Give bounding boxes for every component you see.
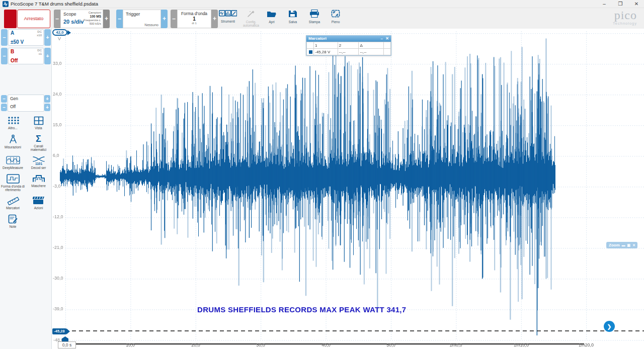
markers-col-delta: Δ: [359, 42, 384, 49]
markers-window-titlebar[interactable]: Marcatori – ✕: [306, 36, 391, 42]
toolbar: Arrestato – Scope 20 s/div Campioni 100 …: [0, 8, 644, 29]
x-tick: 1m0,0: [443, 342, 468, 347]
ruler-marker-tag[interactable]: -45,28: [52, 328, 66, 334]
channel-b-panel[interactable]: B DCx1 Off: [8, 48, 44, 64]
gen-value-plus-button[interactable]: +: [44, 104, 50, 111]
markers-window-title: Marcatori: [308, 36, 327, 41]
markers-minimize-icon[interactable]: –: [381, 36, 383, 42]
channel-a-minus-button[interactable]: –: [1, 29, 8, 46]
fullscreen-icon: [331, 10, 340, 18]
channel-a-probe: x10: [37, 34, 42, 37]
waveform-minus-button[interactable]: –: [171, 10, 177, 28]
scope-timebase: 20 s/div: [63, 19, 84, 25]
sidebar-item-forma-onda-riferimento[interactable]: Forma d'onda di riferimento: [1, 172, 26, 192]
marker-value-delta: --,--: [359, 49, 384, 55]
scope-view: 42,0 V 33,0 24,0 15,0 6,0 -3,0 -12,0 -21…: [52, 29, 644, 349]
zoom-overlay-bar[interactable]: Zoom ▬ ▣ ✕: [606, 242, 637, 248]
restore-button[interactable]: ❐: [613, 0, 628, 8]
title-bar: PicoScope 7 T&M drums sheffield.psdata –…: [0, 0, 644, 8]
y-tick: -30,0: [53, 276, 66, 281]
x-tick: 30,0: [248, 342, 273, 347]
pico-logo: pico Technology: [592, 9, 637, 27]
minimize-button[interactable]: –: [597, 0, 612, 8]
open-button[interactable]: Apri: [261, 10, 282, 29]
views-icon: [34, 116, 44, 125]
sidebar-item-misurazioni[interactable]: Misurazioni: [1, 132, 26, 151]
open-folder-icon: [266, 10, 277, 18]
channel-a-panel[interactable]: A DCx10 ±50 V: [8, 29, 44, 46]
sidebar-item-canali-matematici[interactable]: Σ Canali matematici: [26, 132, 51, 151]
trigger-plus-button[interactable]: +: [161, 10, 168, 28]
app-icon: [3, 1, 9, 7]
waveform-canvas[interactable]: [52, 29, 644, 349]
waveform-index: 1: [178, 16, 211, 22]
samples-label: Campioni: [89, 11, 101, 14]
markers-window[interactable]: Marcatori – ✕ 1 2 Δ -45,28 V --,-- --,--: [306, 35, 391, 56]
channel-b-row: – B DCx1 Off +: [0, 47, 52, 65]
marker-value-1: -45,28 V: [314, 49, 338, 55]
scope-panel[interactable]: Scope 20 s/div Campioni 100 MS Frequenza…: [60, 10, 103, 28]
pico-brand-text: pico: [592, 9, 637, 21]
channel-a-plus-button[interactable]: +: [44, 29, 51, 46]
print-label: Stampa: [304, 20, 325, 24]
sidebar-item-vista[interactable]: Vista: [26, 114, 51, 130]
gen-plus-button[interactable]: +: [44, 95, 50, 103]
gen-minus-button[interactable]: –: [1, 95, 7, 103]
stop-indicator[interactable]: [4, 10, 17, 28]
reference-waveform-icon: [7, 174, 20, 184]
y-tick: -12,0: [53, 214, 66, 219]
channel-b-minus-button[interactable]: –: [1, 48, 8, 64]
y-axis-unit: V: [58, 36, 61, 41]
sidebar-item-marcatori[interactable]: Marcatori: [1, 194, 26, 210]
gen-value-minus-button[interactable]: –: [1, 104, 7, 111]
gen-panel[interactable]: Gen Off: [8, 95, 44, 112]
print-button[interactable]: Stampa: [304, 10, 325, 29]
markers-header-row: 1 2 Δ: [307, 42, 391, 49]
close-button[interactable]: ✕: [629, 0, 644, 8]
y-tick: -3,0: [53, 184, 66, 189]
waveform-panel[interactable]: Forma d'onda 1 di 1: [177, 10, 211, 28]
channel-a-row: – A DCx10 ±50 V +: [0, 29, 52, 47]
sidebar-item-decod-ser[interactable]: 1101 Decod ser: [26, 154, 51, 169]
tools-icon: [219, 10, 237, 17]
sidebar-item-altro[interactable]: Altro...: [1, 114, 26, 130]
masks-icon: [32, 174, 45, 183]
stop-button[interactable]: Arrestato: [17, 10, 50, 28]
serial-decode-icon: 1101: [32, 156, 45, 165]
tools-button[interactable]: Strumenti: [217, 10, 238, 29]
scope-label: Scope: [63, 12, 76, 17]
notes-icon: [8, 214, 18, 224]
markers-table: 1 2 Δ -45,28 V --,-- --,--: [306, 42, 391, 55]
sidebar-item-note[interactable]: Note: [1, 212, 26, 228]
save-icon: [288, 10, 297, 18]
zoom-overlay-label: Zoom: [609, 243, 620, 247]
auto-setup-label: Config.: [240, 20, 262, 24]
sidebar-item-deepmeasure[interactable]: DeepMeasure: [1, 154, 26, 169]
markers-value-row[interactable]: -45,28 V --,-- --,--: [307, 49, 391, 55]
zoom-overlay-icons[interactable]: ▬ ▣ ✕: [622, 242, 636, 248]
channel-a-axis-tag[interactable]: 42,0: [52, 29, 67, 36]
fullscreen-button[interactable]: Pieno: [325, 10, 346, 29]
marker-value-2: --,--: [338, 49, 359, 55]
scope-plus-button[interactable]: +: [103, 10, 110, 28]
y-tick: -21,0: [53, 245, 66, 250]
trigger-minus-button[interactable]: –: [116, 10, 123, 28]
scope-minus-button[interactable]: –: [54, 10, 60, 28]
channel-b-probe: x1: [39, 52, 42, 55]
channel-b-plus-button[interactable]: +: [44, 48, 51, 64]
samples-value: 100 MS: [90, 15, 101, 18]
trigger-label: Trigger: [126, 12, 140, 17]
x-tick: 10,0: [118, 342, 143, 347]
channel-a-range: ±50 V: [11, 39, 24, 45]
sidebar-item-maschere[interactable]: Maschere: [26, 172, 51, 192]
save-button[interactable]: Salva: [282, 10, 303, 29]
sidebar-item-azioni[interactable]: Azioni: [26, 194, 51, 210]
waveform-count: di 1: [178, 22, 211, 25]
trigger-panel[interactable]: Trigger Nessuno: [123, 10, 161, 28]
freq-value: 500 kS/s: [90, 22, 101, 25]
channel-a-axis-arrow: [67, 30, 71, 35]
y-tick: 15,0: [53, 122, 66, 127]
next-view-button[interactable]: ❯: [604, 321, 615, 332]
markers-close-icon[interactable]: ✕: [385, 36, 389, 42]
channel-b-name: B: [11, 49, 14, 54]
